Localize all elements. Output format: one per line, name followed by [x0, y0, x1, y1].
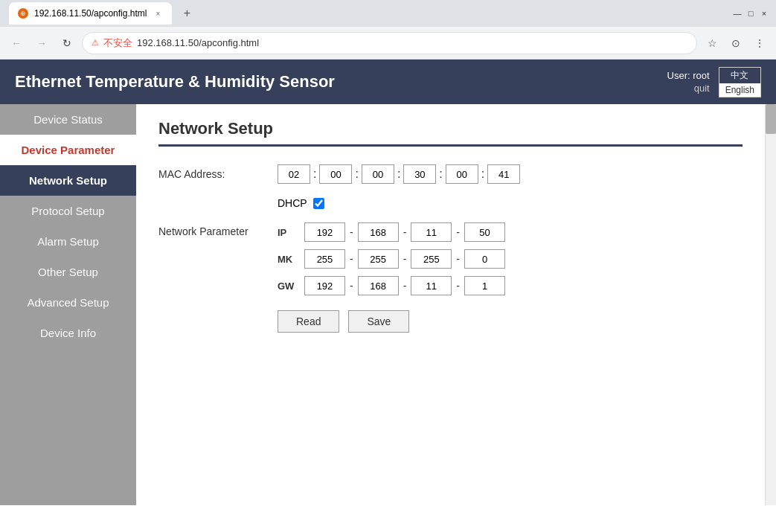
content-area: Network Setup MAC Address: : : : : : DHC… [136, 104, 765, 505]
quit-link[interactable]: quit [694, 83, 710, 94]
mk-sep-1: - [350, 253, 353, 265]
sidebar-item-device-parameter[interactable]: Device Parameter [0, 135, 136, 165]
gw-field-1[interactable] [304, 276, 345, 295]
ip-field-2[interactable] [358, 222, 399, 242]
account-button[interactable]: ⊙ [725, 33, 746, 54]
mac-field-5[interactable] [446, 164, 478, 184]
ip-field-1[interactable] [304, 222, 345, 242]
dhcp-checkbox[interactable] [313, 198, 324, 209]
lang-en-button[interactable]: English [719, 83, 760, 97]
mk-field-4[interactable] [464, 249, 505, 269]
menu-button[interactable]: ⋮ [749, 33, 770, 54]
sidebar-item-network-setup[interactable]: Network Setup [0, 165, 136, 196]
maximize-button[interactable]: □ [745, 7, 757, 19]
read-button[interactable]: Read [278, 310, 339, 333]
scrollbar[interactable] [765, 104, 776, 505]
window-controls: — □ × [731, 7, 770, 19]
save-button[interactable]: Save [348, 310, 409, 333]
mk-field-3[interactable] [411, 249, 452, 269]
ip-field-4[interactable] [464, 222, 505, 242]
sidebar: Device Status Device Parameter Network S… [0, 104, 136, 505]
page-title: Network Setup [158, 119, 743, 138]
address-input-wrap: ⚠ 不安全 192.168.11.50/apconfig.html [82, 32, 697, 54]
minimize-button[interactable]: — [731, 7, 743, 19]
main-layout: Device Status Device Parameter Network S… [0, 104, 776, 505]
language-switcher: 中文 English [719, 67, 761, 97]
sidebar-item-advanced-setup[interactable]: Advanced Setup [0, 287, 136, 318]
user-label: User: root [667, 70, 710, 81]
address-text[interactable]: 192.168.11.50/apconfig.html [137, 37, 687, 48]
gw-sep-3: - [456, 280, 460, 292]
mac-address-row: MAC Address: : : : : : [158, 164, 743, 184]
tab-close-button[interactable]: × [153, 8, 163, 19]
ip-type-label: IP [278, 227, 300, 238]
network-param-label: Network Parameter [158, 222, 278, 237]
ip-sep-1: - [350, 226, 353, 238]
forward-button[interactable]: → [31, 33, 52, 54]
gw-field-4[interactable] [464, 276, 505, 295]
network-param-row: Network Parameter IP - - - MK - [158, 222, 743, 295]
divider [158, 144, 743, 147]
mk-type-label: MK [278, 254, 300, 265]
mac-sep-4: : [439, 167, 442, 181]
security-icon: ⚠ [92, 38, 99, 48]
sidebar-item-alarm-setup[interactable]: Alarm Setup [0, 226, 136, 257]
mac-field-1[interactable] [278, 164, 310, 184]
ip-sep-3: - [456, 226, 460, 238]
bookmark-button[interactable]: ☆ [702, 33, 722, 54]
gw-sep-2: - [403, 280, 407, 292]
mac-label: MAC Address: [158, 168, 278, 180]
back-button[interactable]: ← [6, 33, 27, 54]
address-bar-actions: ☆ ⊙ ⋮ [702, 33, 770, 54]
gw-field-2[interactable] [358, 276, 399, 295]
network-param-fields: IP - - - MK - - - [278, 222, 505, 295]
dhcp-row: DHCP [158, 197, 743, 209]
close-button[interactable]: × [758, 7, 770, 19]
button-row: Read Save [158, 310, 743, 333]
mk-sep-2: - [403, 253, 407, 265]
ip-field-3[interactable] [411, 222, 452, 242]
sidebar-item-other-setup[interactable]: Other Setup [0, 257, 136, 287]
mac-fields: : : : : : [278, 164, 520, 184]
browser-titlebar: ⊕ 192.168.11.50/apconfig.html × + — □ × [0, 0, 776, 27]
sidebar-item-protocol-setup[interactable]: Protocol Setup [0, 196, 136, 226]
mk-sep-3: - [456, 253, 460, 265]
mk-field-1[interactable] [304, 249, 345, 269]
mac-sep-2: : [355, 167, 358, 181]
dhcp-label: DHCP [278, 197, 307, 209]
gw-type-label: GW [278, 281, 300, 292]
sidebar-item-device-status[interactable]: Device Status [0, 104, 136, 135]
app-header: Ethernet Temperature & Humidity Sensor U… [0, 60, 776, 104]
mac-field-2[interactable] [319, 164, 352, 184]
ip-row: IP - - - [278, 222, 505, 242]
app-title: Ethernet Temperature & Humidity Sensor [15, 72, 667, 92]
security-label: 不安全 [103, 36, 132, 50]
gw-sep-1: - [350, 280, 353, 292]
lang-zh-button[interactable]: 中文 [719, 68, 760, 83]
address-bar: ← → ↻ ⚠ 不安全 192.168.11.50/apconfig.html … [0, 27, 776, 60]
gw-row: GW - - - [278, 276, 505, 295]
active-tab[interactable]: ⊕ 192.168.11.50/apconfig.html × [9, 2, 172, 25]
reload-button[interactable]: ↻ [57, 33, 77, 54]
new-tab-button[interactable]: + [178, 4, 196, 22]
mac-sep-5: : [481, 167, 484, 181]
mac-sep-1: : [313, 167, 316, 181]
mac-field-3[interactable] [362, 164, 394, 184]
ip-sep-2: - [403, 226, 407, 238]
header-user-section: User: root quit [667, 70, 710, 94]
mk-row: MK - - - [278, 249, 505, 269]
mac-field-6[interactable] [487, 164, 520, 184]
mac-sep-3: : [397, 167, 400, 181]
tab-favicon: ⊕ [18, 8, 28, 19]
mk-field-2[interactable] [358, 249, 399, 269]
scrollbar-thumb[interactable] [766, 104, 776, 134]
sidebar-item-device-info[interactable]: Device Info [0, 318, 136, 348]
gw-field-3[interactable] [411, 276, 452, 295]
mac-field-4[interactable] [403, 164, 436, 184]
tab-title: 192.168.11.50/apconfig.html [34, 8, 147, 19]
